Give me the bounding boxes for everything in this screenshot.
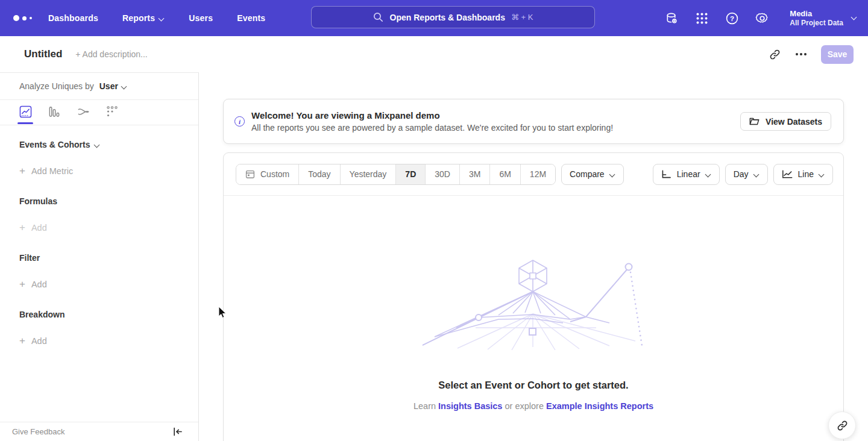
- report-header: Untitled + Add description... Save: [0, 36, 868, 72]
- range-7d-selected[interactable]: 7D: [396, 164, 426, 184]
- folder-icon: [749, 117, 760, 126]
- plus-icon: +: [19, 167, 25, 175]
- plus-icon: +: [19, 337, 25, 345]
- nav-item-reports[interactable]: Reports: [122, 8, 165, 28]
- search-placeholder: Open Reports & Dashboards: [390, 13, 505, 22]
- settings-gear-icon[interactable]: [755, 11, 769, 25]
- more-options-icon[interactable]: [794, 48, 808, 61]
- tab-bar-chart[interactable]: [47, 105, 61, 124]
- empty-state-title: Select an Event or Cohort to get started…: [438, 380, 628, 391]
- section-breakdown: Breakdown: [19, 310, 198, 319]
- plus-icon: +: [19, 224, 25, 232]
- query-builder-sidebar: Analyze Uniques by User: [0, 72, 199, 441]
- example-insights-reports-link[interactable]: Example Insights Reports: [546, 401, 653, 411]
- chart-controls-row: Custom Today Yesterday 7D 30D 3M 6M 12M …: [224, 153, 843, 196]
- empty-state-illustration: [421, 257, 646, 351]
- chevron-down-icon: [95, 142, 100, 148]
- section-filter: Filter: [19, 253, 198, 263]
- nav-right-cluster: ? Media All Project Data: [664, 0, 857, 36]
- analyze-value-dropdown[interactable]: User: [99, 81, 118, 91]
- range-6m[interactable]: 6M: [490, 164, 520, 184]
- section-formulas: Formulas: [19, 196, 198, 206]
- primary-nav: Dashboards Reports Users Events: [48, 8, 289, 28]
- tab-flows[interactable]: [76, 105, 90, 124]
- calendar-icon: [245, 169, 255, 179]
- apps-grid-icon[interactable]: [694, 11, 709, 25]
- insights-basics-link[interactable]: Insights Basics: [438, 401, 502, 411]
- chevron-down-icon: [706, 172, 711, 177]
- chart-type-dropdown[interactable]: Line: [773, 164, 833, 185]
- compare-dropdown[interactable]: Compare: [561, 164, 624, 185]
- tab-line-chart[interactable]: [18, 105, 33, 124]
- give-feedback-link[interactable]: Give Feedback: [12, 427, 64, 436]
- top-nav: Dashboards Reports Users Events Open Rep…: [0, 0, 868, 36]
- sidebar-footer: Give Feedback: [0, 422, 198, 441]
- line-chart-icon: [782, 169, 793, 179]
- collapse-sidebar-icon[interactable]: [173, 427, 183, 436]
- report-title[interactable]: Untitled: [24, 48, 62, 60]
- svg-text:?: ?: [730, 14, 734, 22]
- scale-dropdown[interactable]: Linear: [653, 164, 720, 185]
- empty-state: Select an Event or Cohort to get started…: [224, 196, 843, 441]
- analyze-label: Analyze Uniques by: [19, 81, 94, 91]
- range-today[interactable]: Today: [299, 164, 340, 184]
- nav-item-users[interactable]: Users: [189, 8, 213, 28]
- main-content: i Welcome! You are viewing a Mixpanel de…: [199, 72, 868, 441]
- demo-welcome-banner: i Welcome! You are viewing a Mixpanel de…: [223, 99, 844, 144]
- share-link-fab[interactable]: [828, 411, 856, 439]
- add-breakdown-button[interactable]: + Add: [19, 336, 198, 346]
- empty-state-hint: Learn Insights Basics or explore Example…: [414, 401, 653, 411]
- copy-link-icon[interactable]: [768, 48, 781, 61]
- date-range-picker: Custom Today Yesterday 7D 30D 3M 6M 12M: [236, 164, 556, 185]
- nav-item-events[interactable]: Events: [237, 8, 265, 28]
- chevron-down-icon: [819, 172, 825, 177]
- nav-item-dashboards[interactable]: Dashboards: [48, 8, 98, 28]
- tab-retention-grid[interactable]: [105, 105, 119, 124]
- project-selector[interactable]: Media All Project Data: [790, 9, 857, 28]
- mixpanel-logo-icon[interactable]: [13, 15, 41, 21]
- chevron-down-icon: [610, 172, 615, 177]
- range-custom[interactable]: Custom: [236, 164, 299, 184]
- chevron-down-icon: [122, 84, 127, 89]
- add-filter-button[interactable]: + Add: [19, 280, 198, 289]
- add-description-field[interactable]: + Add description...: [75, 49, 147, 59]
- add-metric-button[interactable]: + Add Metric: [19, 166, 198, 176]
- range-3m[interactable]: 3M: [460, 164, 490, 184]
- global-search-input[interactable]: Open Reports & Dashboards ⌘ + K: [311, 6, 595, 28]
- insights-report-card: Custom Today Yesterday 7D 30D 3M 6M 12M …: [223, 152, 844, 441]
- info-icon: i: [234, 116, 245, 127]
- search-shortcut: ⌘ + K: [511, 13, 533, 22]
- interval-dropdown[interactable]: Day: [725, 164, 768, 185]
- plus-icon: +: [19, 280, 25, 289]
- visualization-tabs: [0, 100, 198, 125]
- project-subtitle: All Project Data: [790, 19, 843, 28]
- range-12m[interactable]: 12M: [521, 164, 555, 184]
- range-yesterday[interactable]: Yesterday: [341, 164, 397, 184]
- project-name: Media: [790, 9, 843, 19]
- chevron-down-icon: [159, 16, 165, 21]
- banner-subtitle: All the reports you see are powered by a…: [251, 122, 613, 134]
- range-30d[interactable]: 30D: [426, 164, 460, 184]
- axes-icon: [661, 170, 671, 179]
- help-icon[interactable]: ?: [725, 11, 739, 25]
- chevron-down-icon: [852, 14, 857, 20]
- analyze-by-row: Analyze Uniques by User: [0, 73, 198, 100]
- add-formula-button[interactable]: + Add: [19, 223, 198, 233]
- banner-title: Welcome! You are viewing a Mixpanel demo: [251, 109, 613, 122]
- data-management-icon[interactable]: [664, 11, 679, 25]
- chevron-down-icon: [754, 172, 760, 177]
- save-button[interactable]: Save: [821, 45, 854, 64]
- section-events-cohorts[interactable]: Events & Cohorts: [19, 140, 198, 149]
- view-datasets-button[interactable]: View Datasets: [740, 112, 831, 131]
- search-icon: [373, 12, 384, 23]
